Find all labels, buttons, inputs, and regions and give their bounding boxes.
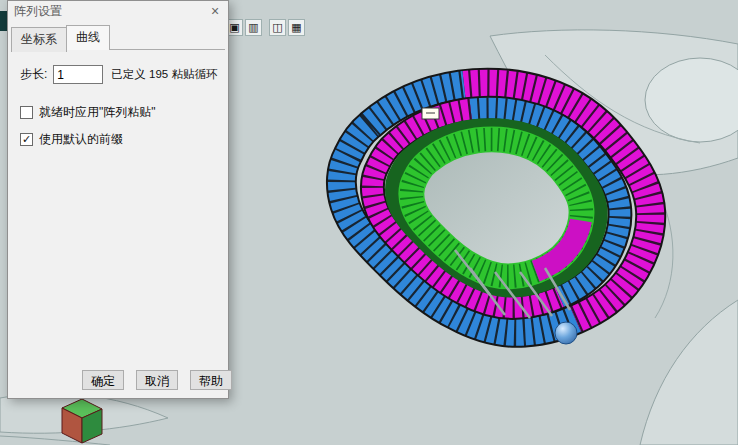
- view-toggle-2-icon: ▥: [248, 21, 258, 34]
- checkbox-unchecked-icon[interactable]: [20, 106, 33, 119]
- view-toggle-3-icon: ◫: [272, 21, 282, 34]
- 3d-model-track[interactable]: [341, 83, 650, 344]
- tab-coordinate-system[interactable]: 坐标系: [11, 27, 67, 52]
- use-default-prefix-checkbox[interactable]: ✓ 使用默认的前缀: [20, 131, 228, 148]
- view-cube[interactable]: [62, 399, 102, 443]
- step-label: 步长:: [20, 66, 47, 83]
- viewport-toolbar: ▣ ▥ ◫ ▦: [226, 19, 307, 36]
- view-toggle-2-button[interactable]: ▥: [245, 19, 262, 36]
- view-toggle-3-button[interactable]: ◫: [269, 19, 286, 36]
- ok-button[interactable]: 确定: [82, 370, 124, 390]
- cancel-button[interactable]: 取消: [136, 370, 178, 390]
- help-button[interactable]: 帮助: [190, 370, 232, 390]
- dialog-tabs: 坐标系 曲线: [11, 25, 228, 50]
- dialog-title: 阵列设置: [14, 3, 206, 20]
- apply-array-paste-label: 就绪时应用"阵列粘贴": [39, 104, 156, 121]
- step-row: 步长: 已定义 195 粘贴循环: [20, 65, 228, 84]
- checkbox-checked-icon[interactable]: ✓: [20, 133, 33, 146]
- cad-application-window: { "dialog": { "title": "阵列设置", "close_gl…: [0, 0, 738, 445]
- tool-sphere[interactable]: [555, 322, 577, 344]
- apply-array-paste-checkbox[interactable]: 就绪时应用"阵列粘贴": [20, 104, 228, 121]
- array-settings-dialog: 阵列设置 × 坐标系 曲线 步长: 已定义 195 粘贴循环 就绪时应用"阵列粘…: [7, 0, 229, 399]
- close-icon[interactable]: ×: [206, 4, 224, 20]
- view-toggle-4-button[interactable]: ▦: [288, 19, 305, 36]
- tab-curve[interactable]: 曲线: [66, 25, 110, 50]
- defined-loops-text: 已定义 195 粘贴循环: [111, 67, 217, 82]
- view-toggle-1-icon: ▣: [229, 21, 239, 34]
- view-toggle-4-icon: ▦: [291, 21, 301, 34]
- use-default-prefix-label: 使用默认的前缀: [39, 131, 123, 148]
- dialog-titlebar[interactable]: 阵列设置 ×: [8, 1, 228, 22]
- dialog-button-row: 确定 取消 帮助: [82, 370, 232, 390]
- step-input[interactable]: [53, 65, 103, 84]
- curve-start-marker: [422, 108, 439, 119]
